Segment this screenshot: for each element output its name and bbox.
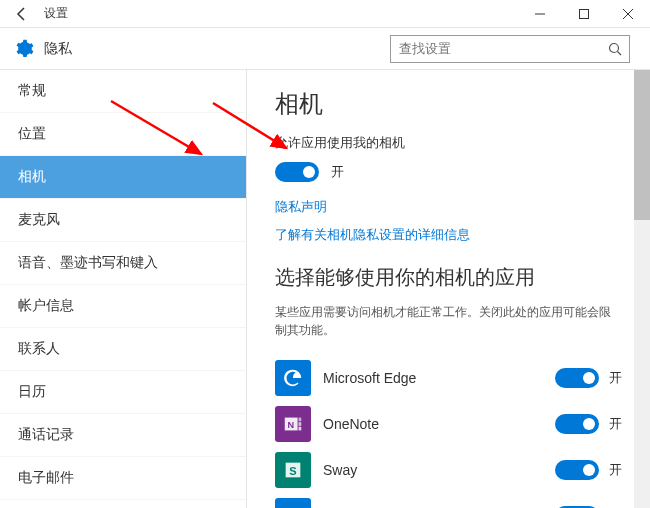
sidebar-item[interactable]: 日历 (0, 371, 246, 414)
app-toggle-state: 开 (609, 461, 622, 479)
search-input[interactable] (391, 36, 629, 62)
content-panel: 相机 允许应用使用我的相机 开 隐私声明 了解有关相机隐私设置的详细信息 选择能… (247, 70, 650, 508)
sidebar-item[interactable]: 相机 (0, 156, 246, 199)
close-button[interactable] (606, 0, 650, 28)
svg-text:N: N (288, 420, 295, 430)
apps-list: Microsoft Edge 开 N OneNote 开 S Sway 开 地图… (275, 355, 622, 508)
page-title: 相机 (275, 88, 622, 120)
back-arrow-icon (15, 7, 29, 21)
sidebar-item[interactable]: 位置 (0, 113, 246, 156)
svg-rect-10 (299, 427, 302, 431)
sidebar-item[interactable]: 通话记录 (0, 414, 246, 457)
edge-icon (275, 360, 311, 396)
maximize-icon (579, 9, 589, 19)
svg-rect-1 (580, 9, 589, 18)
search-button[interactable] (605, 39, 625, 59)
gear-icon (14, 39, 34, 59)
app-name: Sway (323, 462, 543, 478)
app-row: N OneNote 开 (275, 401, 622, 447)
header-title: 隐私 (44, 40, 72, 58)
svg-point-4 (610, 43, 619, 52)
app-toggle-wrap: 开 (555, 414, 622, 434)
sidebar-item[interactable]: 麦克风 (0, 199, 246, 242)
svg-text:S: S (289, 465, 296, 477)
window-title: 设置 (44, 5, 68, 22)
camera-toggle[interactable] (275, 162, 319, 182)
sidebar-item[interactable]: 联系人 (0, 328, 246, 371)
sidebar-item[interactable]: 帐户信息 (0, 285, 246, 328)
app-row: 地图 开 (275, 493, 622, 508)
app-toggle-wrap: 开 (555, 460, 622, 480)
app-toggle-state: 开 (609, 415, 622, 433)
content-scrollbar[interactable] (634, 70, 650, 508)
maximize-button[interactable] (562, 0, 606, 28)
sidebar-item[interactable]: 常规 (0, 70, 246, 113)
minimize-button[interactable] (518, 0, 562, 28)
app-name: Microsoft Edge (323, 370, 543, 386)
sway-icon: S (275, 452, 311, 488)
main-area: 常规位置相机麦克风语音、墨迹书写和键入帐户信息联系人日历通话记录电子邮件消息传送… (0, 70, 650, 508)
camera-toggle-row: 开 (275, 162, 622, 182)
app-row: Microsoft Edge 开 (275, 355, 622, 401)
allow-camera-label: 允许应用使用我的相机 (275, 134, 622, 152)
app-toggle[interactable] (555, 368, 599, 388)
window-controls (518, 0, 650, 28)
learn-more-link[interactable]: 了解有关相机隐私设置的详细信息 (275, 226, 622, 244)
window-titlebar: 设置 (0, 0, 650, 28)
app-toggle-state: 开 (609, 369, 622, 387)
sidebar: 常规位置相机麦克风语音、墨迹书写和键入帐户信息联系人日历通话记录电子邮件消息传送… (0, 70, 247, 508)
minimize-icon (535, 9, 545, 19)
back-button[interactable] (12, 4, 32, 24)
svg-rect-9 (299, 422, 302, 426)
onenote-icon: N (275, 406, 311, 442)
privacy-statement-link[interactable]: 隐私声明 (275, 198, 622, 216)
sidebar-item[interactable]: 语音、墨迹书写和键入 (0, 242, 246, 285)
app-toggle[interactable] (555, 460, 599, 480)
search-icon (608, 42, 622, 56)
app-row: S Sway 开 (275, 447, 622, 493)
svg-rect-8 (299, 418, 302, 422)
app-toggle-wrap: 开 (555, 368, 622, 388)
apps-section-desc: 某些应用需要访问相机才能正常工作。关闭此处的应用可能会限制其功能。 (275, 303, 622, 339)
svg-line-5 (618, 51, 622, 55)
camera-toggle-state: 开 (331, 163, 344, 181)
map-icon (275, 498, 311, 508)
page-header: 隐私 (0, 28, 650, 70)
app-toggle[interactable] (555, 414, 599, 434)
app-name: OneNote (323, 416, 543, 432)
apps-section-title: 选择能够使用你的相机的应用 (275, 264, 622, 291)
scrollbar-thumb[interactable] (634, 70, 650, 220)
sidebar-item[interactable]: 消息传送 (0, 500, 246, 508)
sidebar-item[interactable]: 电子邮件 (0, 457, 246, 500)
search-box[interactable] (390, 35, 630, 63)
close-icon (623, 9, 633, 19)
